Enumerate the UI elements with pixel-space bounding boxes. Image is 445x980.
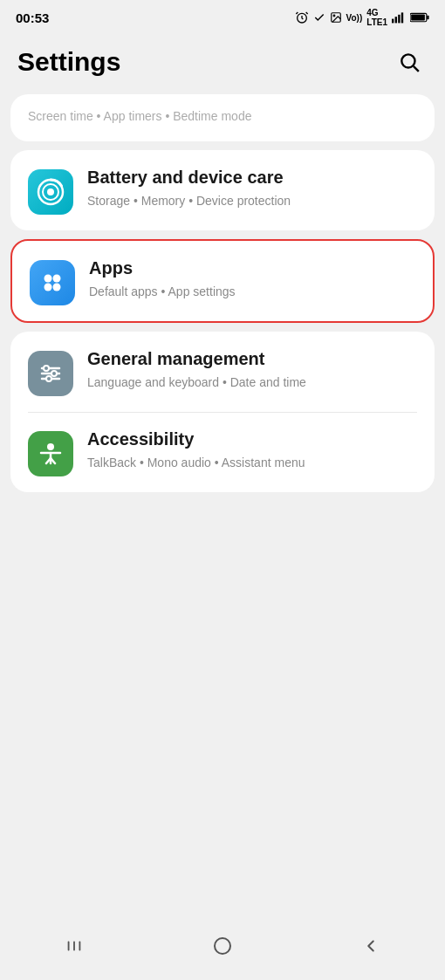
accessibility-item[interactable]: Accessibility TalkBack • Mono audio • As…	[10, 412, 435, 492]
battery-title: Battery and device care	[87, 166, 417, 188]
battery-subtitle: Storage • Memory • Device protection	[87, 192, 417, 210]
svg-rect-9	[411, 14, 425, 20]
vol-indicator: Vo))	[346, 13, 363, 23]
settings-list: Screen time • App timers • Bedtime mode …	[0, 94, 445, 492]
svg-rect-8	[427, 16, 428, 20]
search-icon	[398, 51, 421, 73]
apps-item[interactable]: Apps Default apps • App settings	[12, 241, 433, 321]
apps-card[interactable]: Apps Default apps • App settings	[10, 239, 435, 323]
recent-apps-icon	[65, 936, 84, 956]
digital-wellbeing-subtitle: Screen time • App timers • Bedtime mode	[28, 109, 251, 123]
battery-icon	[410, 11, 429, 24]
accessibility-subtitle: TalkBack • Mono audio • Assistant menu	[87, 454, 417, 472]
apps-text: Apps Default apps • App settings	[89, 257, 415, 301]
svg-point-10	[401, 54, 414, 67]
svg-rect-6	[401, 12, 403, 23]
status-time: 00:53	[16, 10, 49, 25]
apps-title: Apps	[89, 257, 415, 279]
svg-point-23	[51, 371, 57, 376]
accessibility-title: Accessibility	[87, 428, 417, 450]
svg-rect-5	[398, 15, 400, 24]
alarm-icon	[295, 10, 309, 24]
svg-rect-3	[392, 19, 394, 24]
svg-point-25	[47, 443, 54, 450]
svg-point-33	[215, 938, 230, 954]
svg-rect-30	[68, 942, 70, 951]
svg-rect-4	[395, 17, 397, 23]
signal-icon	[392, 11, 406, 24]
accessibility-person-icon	[38, 441, 64, 467]
general-title: General management	[87, 347, 417, 370]
svg-point-22	[44, 366, 49, 371]
battery-device-icon	[37, 178, 65, 206]
search-button[interactable]	[391, 44, 428, 80]
svg-point-14	[47, 188, 54, 195]
back-button[interactable]	[345, 929, 397, 963]
general-icon-wrap	[28, 351, 73, 396]
general-item[interactable]: General management Language and keyboard…	[10, 332, 435, 412]
general-text: General management Language and keyboard…	[87, 347, 417, 392]
back-icon	[361, 936, 380, 956]
status-icons: Vo)) 4GLTE1	[295, 8, 429, 27]
svg-point-16	[53, 275, 61, 283]
accessibility-icon-wrap	[28, 431, 73, 476]
bottom-nav	[0, 919, 445, 980]
image-icon	[330, 11, 342, 24]
svg-point-24	[46, 376, 51, 381]
apps-grid-icon	[39, 270, 65, 296]
svg-rect-31	[73, 942, 75, 951]
page-title: Settings	[17, 47, 120, 77]
svg-point-18	[53, 284, 61, 291]
lte-indicator: 4GLTE1	[366, 8, 387, 27]
svg-rect-32	[79, 942, 81, 951]
battery-item[interactable]: Battery and device care Storage • Memory…	[10, 150, 435, 230]
svg-line-11	[414, 66, 419, 72]
battery-icon-wrap	[28, 169, 73, 215]
home-icon	[212, 935, 233, 956]
status-bar: 00:53 Vo)) 4GLTE1	[0, 0, 445, 35]
check-icon	[313, 11, 325, 24]
home-button[interactable]	[196, 929, 249, 963]
recent-apps-button[interactable]	[48, 929, 100, 963]
battery-text: Battery and device care Storage • Memory…	[87, 166, 417, 210]
svg-point-2	[333, 15, 335, 17]
general-sliders-icon	[38, 360, 64, 387]
apps-subtitle: Default apps • App settings	[89, 283, 415, 301]
header: Settings	[0, 35, 445, 94]
svg-point-17	[44, 284, 52, 291]
digital-wellbeing-card[interactable]: Screen time • App timers • Bedtime mode	[10, 94, 435, 141]
accessibility-text: Accessibility TalkBack • Mono audio • As…	[87, 428, 417, 472]
battery-card[interactable]: Battery and device care Storage • Memory…	[10, 150, 435, 230]
apps-icon-wrap	[30, 260, 75, 305]
svg-point-15	[44, 275, 52, 283]
general-subtitle: Language and keyboard • Date and time	[87, 373, 417, 392]
general-accessibility-card: General management Language and keyboard…	[10, 332, 435, 492]
